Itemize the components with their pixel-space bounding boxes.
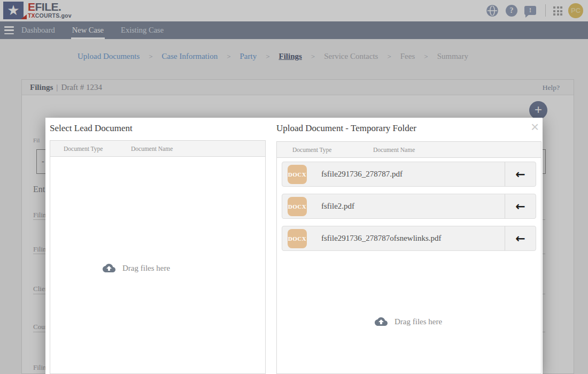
column-document-type: Document Type — [292, 147, 373, 153]
left-arrow-icon: ← — [515, 232, 525, 245]
file-name: fsfile291736_278787ofsnewlinks.pdf — [321, 234, 442, 243]
file-name: fsfile291736_278787.pdf — [321, 170, 403, 179]
docx-file-icon: DOCX — [288, 229, 307, 248]
move-to-lead-button[interactable]: ← — [505, 162, 536, 186]
column-document-name: Document Name — [131, 146, 173, 152]
table-header: Document Type Document Name — [50, 141, 265, 157]
file-row[interactable]: DOCX fsfile291736_278787.pdf ← — [282, 162, 536, 187]
move-to-lead-button[interactable]: ← — [505, 194, 536, 218]
docx-file-icon: DOCX — [288, 197, 307, 216]
lead-document-dropzone[interactable]: Drag files here — [101, 262, 170, 274]
close-icon[interactable]: × — [531, 120, 539, 134]
upload-temp-folder-title: Upload Document - Temporary Folder — [276, 123, 416, 134]
column-document-name: Document Name — [373, 147, 415, 153]
cloud-upload-icon — [101, 262, 117, 274]
table-header: Document Type Document Name — [277, 142, 541, 158]
left-arrow-icon: ← — [515, 167, 525, 181]
select-lead-document-title: Select Lead Document — [50, 123, 133, 134]
move-to-lead-button[interactable]: ← — [505, 226, 536, 250]
file-row[interactable]: DOCX fsfile291736_278787ofsnewlinks.pdf … — [282, 226, 536, 251]
temp-folder-table: Document Type Document Name DOCX fsfile2… — [276, 141, 541, 374]
app-screen: ★ EFILE. TXCOURTS.gov ? ! PC Dashboar — [0, 0, 588, 374]
left-arrow-icon: ← — [515, 200, 525, 213]
docx-file-icon: DOCX — [288, 165, 307, 184]
file-rows: DOCX fsfile291736_278787.pdf ← DOCX fsfi… — [277, 158, 541, 251]
upload-document-modal: Select Lead Document Upload Document - T… — [45, 118, 543, 374]
lead-document-table: Document Type Document Name Drag files h… — [50, 140, 266, 374]
file-name: fsfile2.pdf — [321, 202, 354, 211]
dropzone-label: Drag files here — [394, 317, 442, 326]
column-document-type: Document Type — [64, 146, 131, 152]
temp-folder-dropzone[interactable]: Drag files here — [373, 315, 442, 328]
dropzone-label: Drag files here — [122, 264, 170, 273]
file-row[interactable]: DOCX fsfile2.pdf ← — [282, 194, 536, 219]
cloud-upload-icon — [373, 315, 389, 328]
